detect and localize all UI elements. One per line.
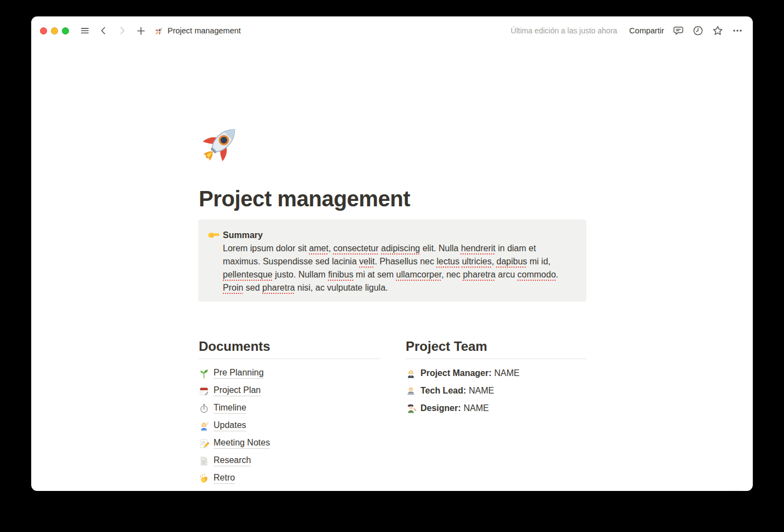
callout-text: Lorem ipsum dolor sit amet, consectetur … bbox=[223, 242, 571, 294]
doc-link-meeting-notes[interactable]: Meeting Notes bbox=[199, 435, 380, 452]
new-page-icon[interactable] bbox=[134, 24, 147, 37]
doc-link-project-plan[interactable]: Project Plan bbox=[199, 382, 380, 400]
calendar-icon bbox=[199, 386, 209, 396]
comments-icon[interactable] bbox=[672, 24, 685, 37]
woman-office-worker-icon bbox=[406, 368, 416, 379]
callout-heading: Summary bbox=[223, 229, 571, 242]
nav-controls bbox=[78, 24, 147, 37]
documents-section: Documents Pre Planning Project Plan Time… bbox=[199, 338, 380, 487]
history-icon[interactable] bbox=[691, 24, 705, 37]
titlebar-right: Última edición a las justo ahora Compart… bbox=[511, 24, 744, 37]
man-technologist-icon bbox=[406, 386, 416, 396]
team-row-project-manager: Project Manager:NAME bbox=[406, 365, 586, 382]
team-row-tech-lead: Tech Lead:NAME bbox=[406, 382, 586, 400]
bookmark-tabs-icon bbox=[199, 456, 209, 466]
rocket-icon bbox=[154, 26, 164, 36]
summary-callout: Summary Lorem ipsum dolor sit amet, cons… bbox=[198, 219, 586, 302]
minimize-window-button[interactable] bbox=[51, 27, 58, 34]
back-icon[interactable] bbox=[97, 24, 110, 37]
breadcrumb[interactable]: Project management bbox=[154, 26, 241, 36]
page-rocket-icon[interactable] bbox=[199, 122, 243, 165]
close-window-button[interactable] bbox=[40, 27, 47, 34]
forward-icon[interactable] bbox=[116, 24, 129, 37]
window-controls bbox=[40, 27, 69, 34]
project-team-heading: Project Team bbox=[406, 338, 586, 359]
seedling-icon bbox=[199, 368, 209, 379]
page-title: Project management bbox=[199, 185, 410, 212]
memo-icon bbox=[199, 438, 209, 449]
documents-heading: Documents bbox=[199, 338, 380, 359]
zoom-window-button[interactable] bbox=[62, 27, 69, 34]
pointing-right-icon[interactable] bbox=[207, 228, 220, 241]
last-edited-text: Última edición a las justo ahora bbox=[511, 26, 618, 35]
doc-link-research[interactable]: Research bbox=[199, 452, 380, 470]
team-row-designer: Designer:NAME bbox=[406, 400, 586, 417]
menu-icon[interactable] bbox=[78, 24, 91, 37]
share-button[interactable]: Compartir bbox=[629, 26, 664, 35]
doc-link-timeline[interactable]: Timeline bbox=[199, 400, 380, 417]
doc-link-retro[interactable]: Retro bbox=[199, 470, 380, 487]
title-bar: Project management Última edición a las … bbox=[31, 16, 753, 45]
notion-window: Project management Última edición a las … bbox=[31, 16, 753, 491]
favorite-star-icon[interactable] bbox=[711, 24, 724, 37]
breadcrumb-title: Project management bbox=[168, 26, 241, 35]
stopwatch-icon bbox=[199, 403, 209, 414]
doc-link-updates[interactable]: Updates bbox=[199, 417, 380, 435]
more-icon[interactable] bbox=[731, 24, 744, 37]
project-team-section: Project Team Project Manager:NAME Tech L… bbox=[406, 338, 586, 417]
man-artist-icon bbox=[406, 403, 416, 414]
doc-link-pre-planning[interactable]: Pre Planning bbox=[199, 365, 380, 382]
page-content: Project management Summary Lorem ipsum d… bbox=[31, 45, 753, 491]
woman-tipping-hand-icon bbox=[199, 421, 209, 431]
clapping-hands-icon bbox=[199, 473, 209, 484]
